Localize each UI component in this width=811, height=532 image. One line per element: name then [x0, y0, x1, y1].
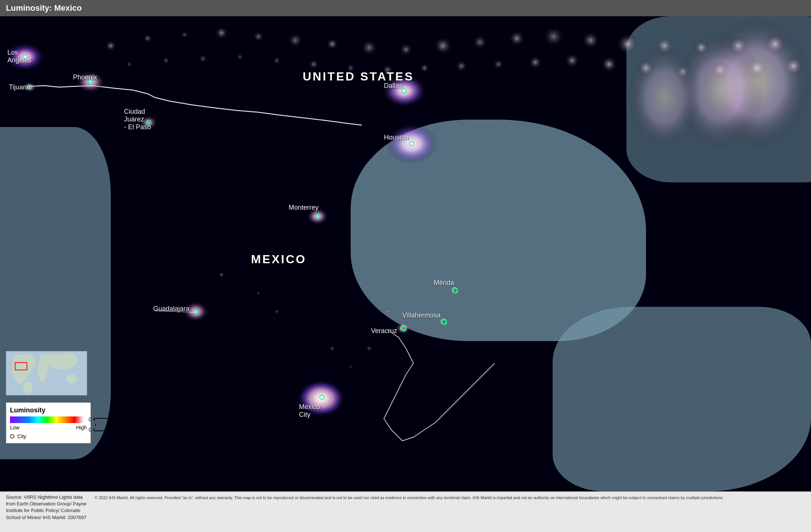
map-container: LosAngeles Phoenix Tijuana CiudadJuárez-… [0, 16, 811, 491]
city-dot-tijuana [27, 85, 32, 90]
legend-city-label: City [17, 433, 26, 439]
copyright-text: © 2022 IHS Markit. All rights reserved. … [94, 494, 805, 501]
legend-low-label: Low [10, 425, 20, 430]
city-dot-villahermosa [442, 320, 447, 325]
scale-km: 0 220 km [89, 416, 165, 422]
caribbean-sea [553, 307, 811, 491]
scale-bar: 0 220 km 0 120 mi [89, 416, 165, 434]
scale-mi-label: 120 mi [148, 427, 163, 433]
source-text: Source: VIIRS Nighttime Lights data from… [6, 494, 87, 521]
city-dot-monterrey [316, 214, 321, 219]
scale-mi-bar [94, 428, 145, 431]
city-dot-phoenix [88, 79, 93, 85]
atlantic-ocean [626, 16, 811, 182]
city-dot-merida [453, 288, 458, 294]
title-bar: Luminosity: Mexico [0, 0, 811, 16]
city-dot-veracruz [401, 326, 406, 332]
scale-km-bar [94, 418, 145, 421]
scale-km-label: 220 km [148, 416, 165, 422]
city-dot-dallas [402, 88, 407, 93]
legend-title: Luminosity [10, 406, 87, 414]
gulf-of-mexico [351, 120, 646, 341]
city-dot-la [23, 54, 28, 59]
legend-city-row: City [10, 433, 87, 439]
footer-bar: Source: VIIRS Nighttime Lights data from… [0, 491, 811, 532]
legend-high-label: High [76, 425, 87, 430]
city-dot-houston [409, 141, 414, 146]
scale-mi-zero: 0 [89, 427, 92, 433]
city-dot-guadalajara [194, 310, 199, 315]
page-title: Luminosity: Mexico [6, 3, 82, 13]
scale-km-zero: 0 [89, 416, 92, 422]
city-dot-mexico-city [319, 395, 324, 400]
mini-world-map [6, 351, 87, 395]
luminosity-gradient-bar [10, 416, 84, 423]
scale-divider [95, 424, 96, 426]
legend-range-labels: Low High [10, 425, 87, 430]
city-dot-juarez [146, 120, 151, 125]
legend-box: Luminosity Low High City [6, 402, 91, 443]
legend-city-dot [10, 434, 14, 439]
scale-mi: 0 120 mi [89, 427, 165, 433]
